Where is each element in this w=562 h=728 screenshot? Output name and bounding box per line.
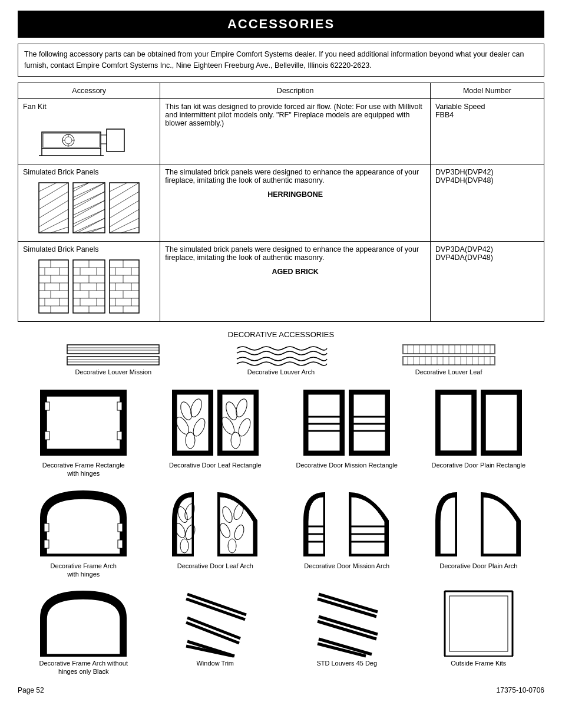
dec-door-mission-rect-item: Decorative Door Mission Rectangle [281,384,413,483]
table-row: Fan Kit [18,98,544,164]
frame-arch-nohinge-image [38,588,129,659]
svg-line-17 [39,192,68,209]
brick-herring-label: Simulated Brick Panels [23,168,155,176]
intro-text: The following accessory parts can be obt… [18,44,544,77]
dec-door-mission-arch-item: Decorative Door Mission Arch [281,485,413,584]
herringbone-image [36,180,142,236]
svg-rect-136 [45,402,49,410]
svg-line-19 [39,209,68,227]
svg-rect-0 [42,132,101,149]
louver-mission-label: Decorative Louver Mission [75,368,152,375]
door-plain-arch-label: Decorative Door Plain Arch [439,562,517,570]
dec-window-trim-item: Window Trim [150,586,282,680]
svg-rect-97 [67,357,159,365]
svg-line-24 [73,183,105,197]
svg-line-40 [110,192,139,209]
louver-mission-item: Decorative Louver Mission [66,344,160,375]
window-trim-image [170,588,261,659]
louver-mission-image [66,344,160,366]
footer: Page 52 17375-10-0706 [18,686,544,694]
frame-arch-label: Decorative Frame Archwith hinges [51,562,117,579]
frame-rect-label: Decorative Frame Rectanglewith hinges [42,461,125,478]
louver-arch-item: Decorative Louver Arch [234,344,328,375]
louver-leaf-label: Decorative Louver Leaf [415,368,482,375]
frame-rect-image [38,387,129,458]
dec-outside-frame-item: Outside Frame Kits [413,586,545,680]
table-row: Simulated Brick Panels [18,241,544,321]
svg-line-30 [73,183,89,192]
dec-frame-arch-nohinge-item: Decorative Frame Arch withouthinges only… [18,586,150,680]
frame-arch-image [38,488,129,559]
svg-line-43 [110,218,139,233]
door-plain-rect-image [433,387,524,458]
table-row: Simulated Brick Panels [18,164,544,241]
fan-kit-model: Variable SpeedFBB4 [430,98,544,164]
herring-model: DVP3DH(DVP42)DVP4DH(DVP48) [430,164,544,241]
svg-rect-139 [117,431,122,440]
accessories-table: Accessory Description Model Number Fan K… [18,83,544,322]
svg-line-26 [73,200,105,215]
brick-aged-cell: Simulated Brick Panels [18,241,160,321]
brick-aged-label: Simulated Brick Panels [23,245,155,253]
svg-line-191 [186,622,239,643]
brick-herring-cell: Simulated Brick Panels [18,164,160,241]
col-model: Model Number [430,83,544,98]
svg-line-18 [39,200,68,218]
dec-door-plain-rect-item: Decorative Door Plain Rectangle [413,384,545,483]
svg-rect-165 [440,394,472,451]
louver-arch-image [234,344,328,366]
fan-kit-cell: Fan Kit [18,98,160,164]
dec-items-bottom: Decorative Frame Arch withouthinges only… [18,586,544,680]
std-louvers-image [301,588,392,659]
louver-arch-label: Decorative Louver Arch [247,368,315,375]
svg-line-41 [110,200,139,218]
svg-line-39 [110,183,139,200]
door-mission-rect-image [301,387,392,458]
svg-line-20 [39,218,68,233]
svg-line-38 [110,183,127,192]
herring-desc: The simulated brick panels were designed… [160,164,431,241]
svg-line-32 [73,192,105,209]
svg-line-188 [187,594,246,615]
svg-rect-155 [308,394,340,451]
fan-kit-label: Fan Kit [23,103,155,111]
dec-items-row1: Decorative Frame Rectanglewith hinges [18,384,544,483]
svg-line-23 [73,183,89,189]
svg-line-42 [110,209,139,227]
footer-left: Page 52 [18,686,44,694]
svg-line-31 [73,183,105,200]
std-louvers-label: STD Louvers 45 Deg [316,659,377,667]
svg-rect-79 [110,260,139,313]
door-mission-rect-label: Decorative Door Mission Rectangle [296,461,398,469]
svg-rect-168 [44,523,49,532]
svg-line-44 [121,227,139,233]
svg-rect-45 [39,260,68,313]
fan-kit-desc: This fan kit was designed to provide for… [160,98,431,164]
aged-brick-label: AGED BRICK [165,268,425,276]
page: ACCESSORIES The following accessory part… [0,0,562,728]
louver-row: Decorative Louver Mission Decorative Lou… [18,344,544,375]
dec-acc-title: DECORATIVE ACCESSORIES [18,330,544,339]
svg-line-189 [186,599,245,620]
svg-line-34 [73,209,105,227]
dec-door-plain-arch-item: Decorative Door Plain Arch [413,485,545,584]
page-title: ACCESSORIES [18,11,544,38]
svg-line-25 [73,192,105,206]
svg-line-33 [73,200,105,218]
dec-items-row2: Decorative Frame Archwith hinges [18,485,544,584]
svg-rect-8 [107,129,124,151]
col-description: Description [160,83,431,98]
dec-door-leaf-arch-item: Decorative Door Leaf Arch [150,485,282,584]
svg-rect-200 [445,591,513,656]
outside-frame-image [433,588,524,659]
svg-rect-135 [47,396,120,449]
aged-desc: The simulated brick panels were designed… [160,241,431,321]
svg-rect-62 [73,260,105,313]
col-accessory: Accessory [18,83,160,98]
svg-point-3 [65,137,72,144]
dec-std-louvers-item: STD Louvers 45 Deg [281,586,413,680]
svg-rect-167 [485,394,517,451]
svg-rect-160 [353,394,385,451]
door-mission-arch-image [301,488,392,559]
door-plain-rect-label: Decorative Door Plain Rectangle [431,461,525,469]
